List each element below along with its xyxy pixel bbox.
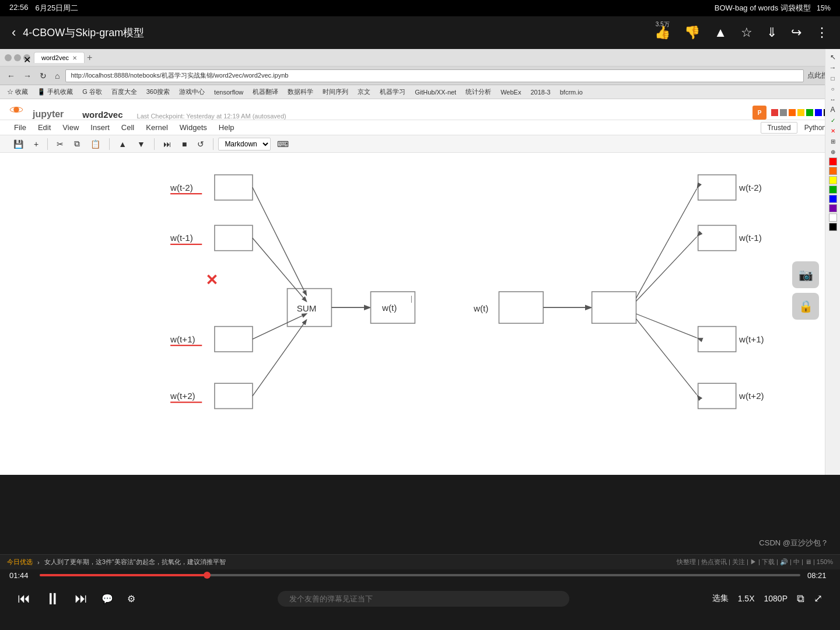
- tool-zoom[interactable]: ⊕: [827, 147, 839, 156]
- screenshot-button[interactable]: 📷: [792, 261, 819, 288]
- bookmark-360[interactable]: 360搜索: [144, 86, 172, 97]
- tool-check[interactable]: ✓: [827, 116, 839, 125]
- comment-input[interactable]: [278, 591, 569, 607]
- danmu-settings-button[interactable]: ⚙: [127, 593, 135, 604]
- color-blue[interactable]: [829, 195, 837, 203]
- fullscreen-button[interactable]: ⤢: [814, 592, 822, 605]
- download-button[interactable]: ⇓: [766, 25, 777, 40]
- color-red[interactable]: [829, 158, 837, 166]
- more-icon: ⋮: [816, 25, 828, 40]
- active-tab[interactable]: word2vec ✕: [34, 52, 85, 63]
- keyboard-btn[interactable]: ⌨: [273, 138, 293, 150]
- star-button[interactable]: ☆: [741, 25, 752, 40]
- forward-button[interactable]: ↪: [791, 25, 802, 40]
- save-toolbar-btn[interactable]: 💾: [9, 138, 27, 150]
- color-orange[interactable]: [829, 167, 837, 175]
- svg-line-36: [636, 189, 697, 298]
- bookmark-ml[interactable]: 机器翻译: [250, 86, 281, 97]
- menu-widgets[interactable]: Widgets: [175, 121, 212, 134]
- paste-btn[interactable]: 📋: [86, 138, 104, 150]
- pip-button[interactable]: ⧉: [797, 593, 804, 605]
- rewind-button[interactable]: ⏮: [18, 591, 30, 606]
- menu-edit[interactable]: Edit: [33, 121, 55, 134]
- bookmark-google[interactable]: G 谷歌: [80, 86, 104, 97]
- toolbar-sep-2: [109, 138, 110, 150]
- bookmark-data[interactable]: 数据科学: [285, 86, 316, 97]
- tool-grid[interactable]: ⊞: [827, 136, 839, 146]
- upload-icon: ▲: [714, 25, 727, 40]
- tool-x[interactable]: ✕: [827, 126, 839, 135]
- stop-btn[interactable]: ■: [178, 138, 191, 150]
- color-white[interactable]: [829, 214, 837, 222]
- copy-btn[interactable]: ⧉: [70, 137, 84, 150]
- tool-text[interactable]: A: [827, 105, 839, 114]
- forward-nav-button[interactable]: →: [21, 70, 34, 82]
- color-green[interactable]: [829, 186, 837, 194]
- svg-line-20: [253, 187, 306, 295]
- bookmark-baidu[interactable]: 百度大全: [109, 86, 139, 97]
- thumbs-down-icon: 👎: [684, 25, 700, 40]
- svg-rect-2: [215, 175, 253, 200]
- bookmark-webex[interactable]: WebEx: [498, 88, 523, 97]
- progress-thumb[interactable]: [204, 572, 211, 579]
- bookmark-favorites[interactable]: ☆ 收藏: [5, 86, 30, 97]
- close-button[interactable]: ✕: [23, 54, 30, 61]
- speed-button[interactable]: 1.5X: [738, 594, 755, 603]
- tool-arrow[interactable]: →: [827, 63, 839, 72]
- color-purple[interactable]: [829, 204, 837, 212]
- back-nav-button[interactable]: ←: [5, 70, 18, 82]
- tool-rect[interactable]: □: [827, 74, 839, 83]
- bookmark-jd[interactable]: 京文: [355, 86, 373, 97]
- collection-button[interactable]: 选集: [712, 593, 729, 604]
- danmu-toggle-button[interactable]: 💬: [102, 593, 113, 604]
- share-button[interactable]: ▲: [714, 25, 727, 40]
- address-input[interactable]: [65, 69, 804, 82]
- menu-help[interactable]: Help: [214, 121, 239, 134]
- tab-close-icon[interactable]: ✕: [72, 55, 77, 61]
- maximize-button[interactable]: [14, 54, 21, 61]
- move-down-btn[interactable]: ▼: [133, 138, 149, 150]
- jupyter-logo: [9, 103, 23, 120]
- bookmark-mlb[interactable]: 机器学习: [377, 86, 408, 97]
- reload-button[interactable]: ↻: [37, 70, 49, 82]
- skip-forward-button[interactable]: ⏭: [75, 591, 88, 606]
- menu-kernel[interactable]: Kernel: [141, 121, 173, 134]
- color-yellow[interactable]: [829, 176, 837, 184]
- add-cell-btn[interactable]: +: [30, 138, 43, 150]
- back-button[interactable]: ‹: [12, 25, 16, 40]
- bookmark-mobile[interactable]: 📱 手机收藏: [35, 86, 75, 97]
- bookmark-time[interactable]: 时间序列: [320, 86, 351, 97]
- home-button[interactable]: ⌂: [52, 70, 62, 82]
- menu-cell[interactable]: Cell: [117, 121, 139, 134]
- skip-btn[interactable]: ⏭: [159, 138, 176, 150]
- pause-button[interactable]: ⏸: [44, 589, 61, 608]
- lock-button[interactable]: 🔒: [792, 293, 819, 320]
- like-button[interactable]: 3.5万 👍: [654, 25, 670, 40]
- cell-type-select[interactable]: Markdown: [218, 138, 271, 150]
- menu-file[interactable]: File: [9, 121, 31, 134]
- trusted-button[interactable]: Trusted: [761, 122, 797, 134]
- minimize-button[interactable]: [5, 54, 12, 61]
- restart-btn[interactable]: ↺: [193, 138, 208, 150]
- tool-circle[interactable]: ○: [827, 84, 839, 93]
- move-up-btn[interactable]: ▲: [114, 138, 131, 150]
- bookmark-games[interactable]: 游戏中心: [177, 86, 207, 97]
- svg-point-0: [13, 107, 19, 113]
- color-black[interactable]: [829, 223, 837, 231]
- bookmark-stats[interactable]: 统计分析: [463, 86, 494, 97]
- bookmark-2018[interactable]: 2018-3: [528, 88, 552, 97]
- menu-insert[interactable]: Insert: [86, 121, 114, 134]
- tool-cursor[interactable]: ↖: [827, 52, 839, 62]
- new-tab-button[interactable]: +: [87, 52, 92, 63]
- menu-view[interactable]: View: [58, 121, 83, 134]
- cut-btn[interactable]: ✂: [52, 138, 68, 150]
- quality-button[interactable]: 1080P: [764, 594, 788, 603]
- progress-track[interactable]: [40, 574, 800, 576]
- bookmark-bfcrm[interactable]: bfcrm.io: [558, 88, 585, 97]
- svg-rect-25: [499, 292, 543, 323]
- bookmark-tf[interactable]: tensorflow: [212, 88, 246, 97]
- more-button[interactable]: ⋮: [816, 25, 828, 40]
- dislike-button[interactable]: 👎: [684, 25, 700, 40]
- tool-resize[interactable]: ↔: [827, 94, 839, 104]
- bookmark-github[interactable]: GitHub/XX-net: [412, 88, 459, 97]
